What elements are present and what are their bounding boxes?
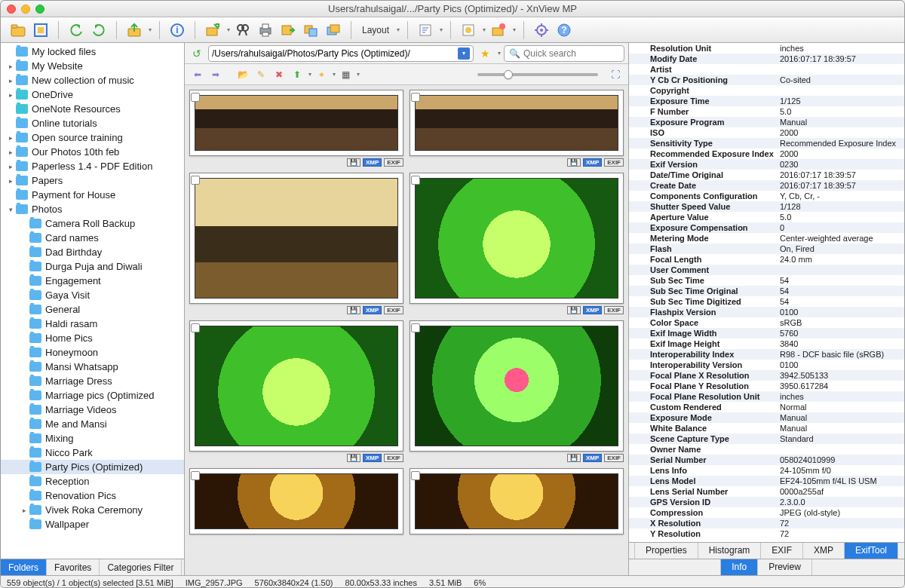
meta-tab-exif[interactable]: EXIF	[760, 543, 803, 559]
tree-item[interactable]: Haldi rasam	[1, 317, 184, 331]
filter-icon[interactable]: ⌖	[313, 66, 330, 83]
path-input[interactable]	[212, 48, 458, 59]
help-button[interactable]: ?	[554, 20, 574, 40]
meta-row[interactable]: Aperture Value5.0	[629, 212, 904, 222]
tree-item[interactable]: Online tutorials	[1, 116, 184, 130]
meta-row[interactable]: Shutter Speed Value1/128	[629, 201, 904, 212]
tree-item[interactable]: Camera Roll Backup	[1, 216, 184, 231]
meta-row[interactable]: Custom RenderedNormal	[629, 402, 904, 412]
meta-row[interactable]: User Comment	[629, 265, 904, 275]
tree-item[interactable]: ▸Open source training	[1, 130, 184, 145]
panel-tab-preview[interactable]: Preview	[757, 559, 812, 575]
folder-tree[interactable]: My locked files▸My Website▸New collectio…	[1, 43, 184, 559]
thumbnail-checkbox[interactable]	[191, 323, 200, 332]
meta-row[interactable]: Interoperability Version0100	[629, 360, 904, 370]
meta-row[interactable]: Exif Version0230	[629, 159, 904, 170]
thumbnail-item[interactable]: 💾XMPEXIF	[189, 320, 403, 462]
tree-item[interactable]: Renovation Pics	[1, 488, 184, 503]
meta-row[interactable]: Focal Plane Y Resolution3950.617284	[629, 381, 904, 391]
disclosure-icon[interactable]: ▸	[5, 77, 16, 84]
meta-row[interactable]: Focal Length24.0 mm	[629, 254, 904, 265]
dropdown-icon[interactable]: ▾	[357, 71, 360, 78]
path-dropdown-icon[interactable]: ▾	[458, 47, 470, 60]
meta-row[interactable]: Artist	[629, 64, 904, 75]
meta-row[interactable]: Sensitivity TypeRecommended Exposure Ind…	[629, 138, 904, 149]
tree-item[interactable]: Home Pics	[1, 331, 184, 345]
sidebar-tab-favorites[interactable]: Favorites	[47, 559, 100, 575]
fullscreen-button[interactable]	[31, 20, 51, 40]
disclosure-icon[interactable]: ▸	[5, 63, 16, 70]
meta-row[interactable]: Owner Name	[629, 444, 904, 455]
dropdown-icon[interactable]: ▾	[498, 50, 501, 57]
thumbnail-item[interactable]	[410, 468, 624, 537]
meta-row[interactable]: Exif Image Width5760	[629, 328, 904, 338]
tree-item[interactable]: ▸Vivek Roka Ceremony	[1, 503, 184, 517]
meta-row[interactable]: Flashpix Version0100	[629, 307, 904, 317]
tree-item[interactable]: Marriage pics (Optimized	[1, 388, 184, 403]
disclosure-icon[interactable]: ▸	[5, 163, 16, 170]
meta-row[interactable]: Date/Time Original2016:07:17 18:39:57	[629, 170, 904, 180]
meta-row[interactable]: F Number5.0	[629, 106, 904, 117]
forward-icon[interactable]: ➡	[207, 66, 224, 83]
dropdown-icon[interactable]: ▾	[227, 26, 230, 33]
dropdown-icon[interactable]: ▾	[308, 71, 311, 78]
meta-row[interactable]: Copyright	[629, 85, 904, 96]
dropdown-icon[interactable]: ▾	[397, 26, 400, 33]
thumbnail-checkbox[interactable]	[411, 323, 420, 332]
tree-item[interactable]: ▸New collection of music	[1, 73, 184, 87]
meta-row[interactable]: Y Cb Cr PositioningCo-sited	[629, 75, 904, 85]
meta-row[interactable]: GPS Version ID2.3.0.0	[629, 497, 904, 507]
favorite-icon[interactable]: ★	[477, 45, 493, 62]
disclosure-icon[interactable]: ▸	[5, 134, 16, 142]
tree-item[interactable]: ▾Photos	[1, 202, 184, 216]
copy-to-button[interactable]	[203, 20, 222, 40]
tree-item[interactable]: Payment for House	[1, 188, 184, 202]
redo-button[interactable]	[89, 20, 109, 40]
maximize-view-icon[interactable]: ⛶	[607, 66, 624, 83]
tree-item[interactable]: Gaya Visit	[1, 288, 184, 302]
meta-row[interactable]: Exposure ModeManual	[629, 412, 904, 423]
thumbnail-item[interactable]	[189, 468, 403, 537]
meta-row[interactable]: Create Date2016:07:17 18:39:57	[629, 180, 904, 191]
thumbnail-size-slider[interactable]	[477, 73, 598, 76]
meta-row[interactable]: Scene Capture TypeStandard	[629, 433, 904, 444]
delete-icon[interactable]: ✖	[271, 66, 287, 83]
info-button[interactable]: i	[167, 20, 187, 40]
meta-row[interactable]: FlashOn, Fired	[629, 243, 904, 254]
tree-item[interactable]: Mansi Whatsapp	[1, 360, 184, 374]
meta-row[interactable]: Resolution Unitinches	[629, 43, 904, 54]
open-button[interactable]	[8, 20, 28, 40]
dropdown-icon[interactable]: ▾	[513, 26, 516, 33]
thumbnail-checkbox[interactable]	[191, 471, 200, 480]
meta-row[interactable]: Focal Plane Resolution Unitinches	[629, 391, 904, 402]
tree-item[interactable]: ▸Papers	[1, 173, 184, 188]
disclosure-icon[interactable]: ▸	[5, 91, 16, 99]
thumbnail-item[interactable]: 💾XMPEXIF	[410, 173, 624, 314]
path-input-wrap[interactable]: ▾	[208, 45, 474, 62]
meta-row[interactable]: Exposure Time1/125	[629, 96, 904, 106]
tree-item[interactable]: Engagement	[1, 274, 184, 288]
meta-row[interactable]: Y Resolution72	[629, 528, 904, 539]
tree-item[interactable]: Marriage Videos	[1, 403, 184, 417]
close-window-button[interactable]	[7, 5, 16, 14]
tag-yellow-button[interactable]	[459, 20, 478, 40]
dropdown-icon[interactable]: ▾	[149, 26, 152, 33]
export-button[interactable]	[278, 20, 298, 40]
meta-row[interactable]: Color SpacesRGB	[629, 317, 904, 328]
thumbnail-checkbox[interactable]	[411, 176, 420, 185]
tree-item[interactable]: General	[1, 302, 184, 317]
thumbnail-checkbox[interactable]	[191, 93, 200, 102]
tree-item[interactable]: OneNote Resources	[1, 102, 184, 116]
print-button[interactable]	[256, 20, 275, 40]
rename-icon[interactable]: ✎	[253, 66, 269, 83]
tree-item[interactable]: ▸Our Photos 10th feb	[1, 145, 184, 159]
tag-folder-button[interactable]	[489, 20, 508, 40]
sidebar-tab-categories-filter[interactable]: Categories Filter	[100, 559, 182, 575]
meta-row[interactable]: Sub Sec Time54	[629, 275, 904, 286]
back-icon[interactable]: ⬅	[189, 66, 206, 83]
thumbnail-checkbox[interactable]	[411, 471, 420, 480]
meta-row[interactable]: X Resolution72	[629, 518, 904, 528]
meta-row[interactable]: Serial Number058024010999	[629, 455, 904, 465]
dropdown-icon[interactable]: ▾	[440, 26, 443, 33]
meta-row[interactable]: Lens ModelEF24-105mm f/4L IS USM	[629, 476, 904, 486]
